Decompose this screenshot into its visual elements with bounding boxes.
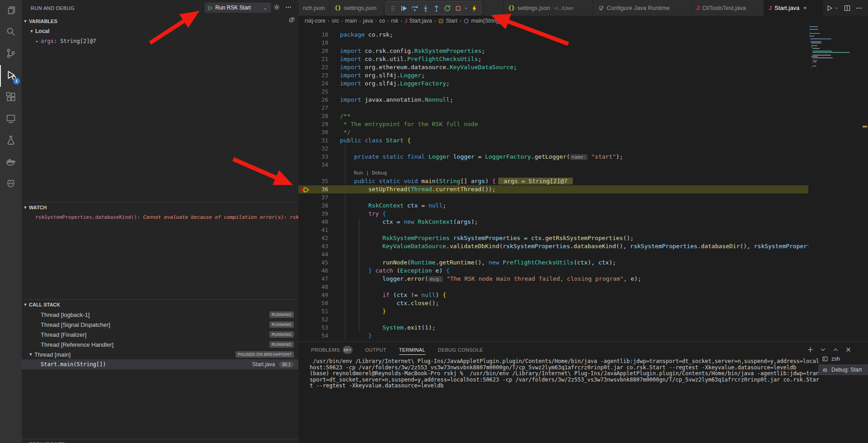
breakpoint-zone[interactable]: [298, 71, 312, 80]
pet-extension-activity-item[interactable]: [0, 174, 22, 195]
editor-gutter[interactable]: 39: [298, 210, 331, 218]
panel-tab-debug-console[interactable]: DEBUG CONSOLE: [438, 342, 483, 358]
files-activity-item[interactable]: [0, 0, 22, 22]
call-stack-thread-row[interactable]: Thread [Finalizer]RUNNING: [22, 330, 298, 339]
editor-gutter[interactable]: 37: [298, 193, 331, 202]
breakpoint-zone[interactable]: [298, 55, 312, 63]
launch-configuration-dropdown[interactable]: ▷ Run RSK Start ⌄: [204, 2, 271, 13]
editor-gutter[interactable]: 43: [298, 242, 331, 250]
breakpoint-zone[interactable]: [298, 177, 312, 185]
editor-tab-nch-json[interactable]: nch.json: [298, 0, 330, 16]
breakpoint-zone[interactable]: [298, 226, 312, 234]
editor-gutter[interactable]: 54: [298, 332, 331, 340]
editor-gutter[interactable]: 49: [298, 291, 331, 299]
watch-section-header[interactable]: ▼ WATCH: [22, 203, 298, 212]
call-stack-thread-row[interactable]: Thread [Signal Dispatcher]RUNNING: [22, 320, 298, 330]
breakpoint-zone[interactable]: [298, 316, 312, 324]
editor-tab-start-java[interactable]: JStart.java×: [764, 0, 824, 16]
codelens-run-debug[interactable]: Run | Debug: [298, 169, 808, 177]
editor-gutter[interactable]: 23: [298, 71, 331, 80]
breakpoint-zone[interactable]: [298, 96, 312, 104]
editor-gutter[interactable]: 35: [298, 177, 331, 185]
chevron-down-icon[interactable]: [820, 346, 826, 353]
run-debug-activity-item[interactable]: 1: [0, 65, 22, 87]
breakpoint-zone[interactable]: [298, 104, 312, 112]
breakpoint-zone[interactable]: [298, 193, 312, 202]
breakpoint-zone[interactable]: [298, 234, 312, 242]
breadcrumb-item[interactable]: java: [363, 18, 373, 24]
editor-tab-configure-java-runtime[interactable]: Configure Java Runtime: [593, 0, 692, 16]
breadcrumb-item[interactable]: rsk: [391, 18, 398, 24]
breadcrumb-item[interactable]: JStart.java: [405, 18, 432, 24]
editor-gutter[interactable]: 52: [298, 316, 331, 324]
panel-tab-output[interactable]: OUTPUT: [365, 342, 387, 358]
chevron-up-icon[interactable]: [832, 346, 839, 353]
breakpoint-zone[interactable]: [298, 63, 312, 71]
breakpoint-zone[interactable]: [298, 218, 312, 226]
extensions-activity-item[interactable]: [0, 87, 22, 108]
breakpoint-zone[interactable]: [298, 88, 312, 96]
breakpoint-zone[interactable]: [298, 242, 312, 250]
breadcrumb-item[interactable]: src: [332, 18, 339, 24]
stop-chevron-icon[interactable]: [463, 2, 469, 14]
breakpoint-zone[interactable]: [298, 259, 312, 267]
breakpoint-zone[interactable]: [298, 283, 312, 291]
breadcrumb-item[interactable]: main(String[]): [463, 18, 504, 24]
breakpoint-zone[interactable]: [298, 250, 312, 259]
plus-icon[interactable]: [807, 346, 814, 353]
editor-gutter[interactable]: 22: [298, 63, 331, 71]
editor-gutter[interactable]: 38: [298, 202, 331, 210]
code-editor[interactable]: 18package co.rsk;1920import co.rsk.confi…: [298, 26, 808, 346]
breakpoint-zone[interactable]: [298, 47, 312, 55]
close-icon[interactable]: ×: [803, 5, 807, 11]
call-stack-thread-row[interactable]: Thread [Reference Handler]RUNNING: [22, 339, 298, 349]
breakpoint-zone[interactable]: [298, 31, 312, 39]
breakpoint-zone[interactable]: [298, 80, 312, 88]
breakpoint-zone[interactable]: [298, 307, 312, 316]
editor-gutter[interactable]: 32: [298, 145, 331, 153]
editor-gutter[interactable]: 20: [298, 47, 331, 55]
step-over-icon[interactable]: [409, 2, 420, 14]
call-stack-section-header[interactable]: ▼ CALL STACK: [22, 300, 298, 310]
breakpoint-zone[interactable]: [298, 185, 312, 193]
editor-gutter[interactable]: 27: [298, 104, 331, 112]
chevron-down-icon[interactable]: [834, 5, 839, 12]
terminal-instance-debug-start[interactable]: Debug: Start: [818, 364, 868, 375]
start-debugging-icon[interactable]: ▷: [208, 5, 212, 11]
more-actions-icon[interactable]: [855, 5, 863, 12]
breakpoint-zone[interactable]: [298, 210, 312, 218]
variables-section-header[interactable]: ▼ VARIABLES: [22, 16, 298, 26]
breakpoint-zone[interactable]: [298, 112, 312, 120]
editor-gutter[interactable]: 33: [298, 153, 331, 161]
testing-activity-item[interactable]: [0, 130, 22, 152]
editor-tab-clitoolstest-java[interactable]: JCliToolsTest.java: [692, 0, 764, 16]
editor-gutter[interactable]: 18: [298, 31, 331, 39]
editor-gutter[interactable]: 53: [298, 324, 331, 332]
editor-tab-settings-json[interactable]: {}settings.json~/.../User: [504, 0, 593, 16]
editor-gutter[interactable]: 25: [298, 88, 331, 96]
variables-scope-local[interactable]: ▼ Local: [22, 26, 298, 36]
breakpoint-zone[interactable]: [298, 128, 312, 137]
editor-gutter[interactable]: 46: [298, 267, 331, 275]
stack-frame-row[interactable]: Start.main(String[])Start.java36:1: [22, 359, 298, 369]
breakpoint-zone[interactable]: [298, 202, 312, 210]
split-editor-icon[interactable]: [844, 5, 851, 12]
editor-gutter[interactable]: 45: [298, 259, 331, 267]
search-activity-item[interactable]: [0, 22, 22, 43]
breakpoint-zone[interactable]: [298, 39, 312, 47]
watch-expression-row[interactable]: rskSystemProperties.databaseKind(): Cann…: [22, 212, 298, 222]
panel-tab-terminal[interactable]: TERMINAL: [399, 342, 425, 358]
breakpoint-zone[interactable]: [298, 120, 312, 128]
terminal-output[interactable]: /usr/bin/env /Library/Internet\ Plug-Ins…: [310, 358, 816, 389]
editor-gutter[interactable]: 48: [298, 283, 331, 291]
breakpoint-zone[interactable]: [298, 161, 312, 169]
remote-explorer-activity-item[interactable]: [0, 108, 22, 130]
breakpoint-zone[interactable]: [298, 153, 312, 161]
editor-gutter[interactable]: 51: [298, 307, 331, 316]
editor-gutter[interactable]: 47: [298, 275, 331, 283]
editor-gutter[interactable]: 31: [298, 137, 331, 145]
breadcrumb-item[interactable]: rskj-core: [305, 18, 326, 24]
editor-gutter[interactable]: 42: [298, 234, 331, 242]
breakpoint-zone[interactable]: [298, 137, 312, 145]
editor-gutter[interactable]: 30: [298, 128, 331, 137]
